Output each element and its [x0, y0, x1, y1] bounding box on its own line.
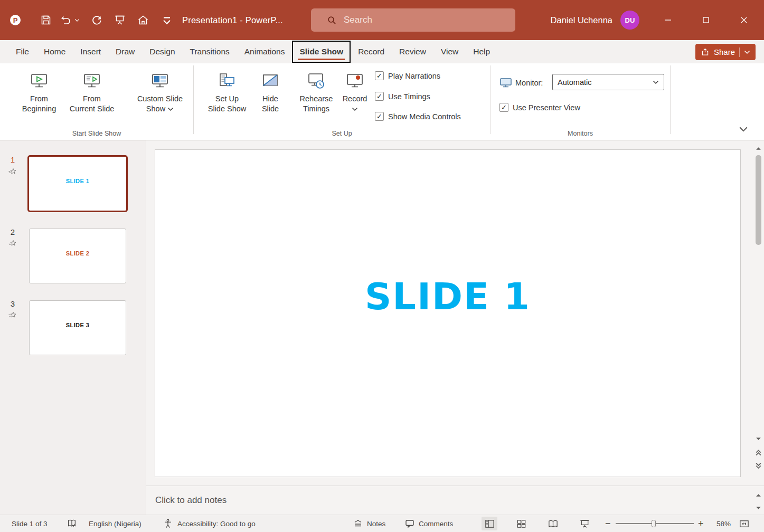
search-box[interactable]: Search: [311, 8, 515, 32]
accessibility-icon[interactable]: [163, 518, 173, 529]
show-media-controls-checkbox[interactable]: ✓ Show Media Controls: [375, 112, 461, 121]
checkbox-checked-icon: ✓: [375, 71, 384, 80]
scroll-down-button[interactable]: [754, 434, 762, 443]
slide-thumbnail-3[interactable]: SLIDE 3: [29, 300, 126, 355]
zoom-slider[interactable]: [616, 520, 694, 527]
comments-icon: [404, 518, 415, 529]
use-timings-checkbox[interactable]: ✓ Use Timings: [375, 92, 430, 101]
group-label-monitors: Monitors: [491, 130, 670, 137]
monitor-select[interactable]: Automatic: [552, 74, 664, 90]
slide-thumbnail-pane: 1 SLIDE 1 2 SLIDE 2 3 SLIDE 3: [0, 140, 146, 515]
tab-help[interactable]: Help: [466, 40, 497, 63]
tab-home[interactable]: Home: [36, 40, 73, 63]
start-slideshow-icon[interactable]: [113, 13, 127, 27]
slide-title-text[interactable]: SLIDE 1: [155, 275, 740, 318]
minimize-button[interactable]: [649, 0, 687, 40]
reading-view-button[interactable]: [545, 517, 561, 530]
close-button[interactable]: [725, 0, 763, 40]
tab-view[interactable]: View: [433, 40, 466, 63]
group-separator: [670, 65, 671, 134]
chevron-down-icon: [744, 50, 750, 55]
scrollbar-thumb[interactable]: [756, 155, 761, 245]
tab-draw[interactable]: Draw: [108, 40, 142, 63]
animation-star-icon[interactable]: [8, 311, 17, 320]
redo-icon[interactable]: [90, 13, 103, 27]
slide-show-view-button[interactable]: [577, 517, 592, 530]
notes-toggle-button[interactable]: Notes: [353, 518, 385, 529]
share-button[interactable]: Share: [695, 44, 756, 60]
ribbon-slide-show: From Beginning From Current Slide Custom…: [0, 63, 764, 140]
chevron-down-icon: [352, 107, 358, 112]
slide-show-view-icon: [579, 518, 590, 529]
thumbnail-title: SLIDE 1: [29, 178, 126, 184]
rehearse-timings-icon: [307, 72, 326, 91]
slide-canvas-area: SLIDE 1: [146, 140, 764, 486]
customize-qat-icon[interactable]: [160, 13, 174, 27]
thumbnail-title: SLIDE 3: [30, 322, 126, 328]
language-status[interactable]: English (Nigeria): [89, 520, 142, 528]
slide-indicator[interactable]: Slide 1 of 3: [12, 520, 48, 528]
slide-thumbnail-1[interactable]: SLIDE 1: [27, 155, 128, 212]
custom-slide-show-button[interactable]: Custom Slide Show: [130, 72, 190, 114]
spellcheck-icon[interactable]: [67, 518, 77, 529]
thumbnail-title: SLIDE 2: [30, 250, 126, 256]
tab-file[interactable]: File: [8, 40, 36, 63]
home-icon[interactable]: [136, 13, 150, 27]
statusbar: Slide 1 of 3 English (Nigeria) Accessibi…: [0, 515, 764, 532]
group-label-start-slide-show: Start Slide Show: [0, 130, 193, 137]
avatar[interactable]: DU: [620, 11, 639, 30]
previous-slide-button[interactable]: [754, 447, 762, 458]
tab-record[interactable]: Record: [351, 40, 392, 63]
custom-slide-show-icon: [150, 72, 169, 91]
from-current-slide-button[interactable]: From Current Slide: [63, 72, 120, 114]
chevron-down-icon: [167, 107, 174, 112]
powerpoint-logo-icon: P: [8, 13, 22, 27]
save-icon[interactable]: [39, 13, 53, 27]
scroll-up-button[interactable]: [754, 144, 762, 153]
tab-animations[interactable]: Animations: [237, 40, 293, 63]
slide-sorter-view-button[interactable]: [513, 517, 529, 530]
set-up-slide-show-button[interactable]: Set Up Slide Show: [202, 72, 252, 114]
zoom-in-button[interactable]: +: [698, 518, 704, 529]
record-icon: [345, 72, 364, 91]
use-presenter-view-checkbox[interactable]: ✓ Use Presenter View: [499, 103, 580, 112]
from-beginning-button[interactable]: From Beginning: [16, 72, 62, 114]
record-button[interactable]: Record: [340, 72, 370, 114]
tab-design[interactable]: Design: [142, 40, 182, 63]
collapse-ribbon-icon[interactable]: [739, 126, 748, 133]
zoom-out-button[interactable]: −: [605, 518, 611, 529]
maximize-button[interactable]: [687, 0, 725, 40]
chevron-down-icon: [653, 80, 659, 85]
zoom-slider-thumb[interactable]: [652, 520, 656, 527]
play-narrations-checkbox[interactable]: ✓ Play Narrations: [375, 71, 440, 80]
zoom-level[interactable]: 58%: [709, 520, 731, 528]
share-icon: [701, 48, 710, 56]
animation-star-icon[interactable]: [8, 240, 17, 249]
next-slide-button[interactable]: [754, 460, 762, 471]
user-name[interactable]: Daniel Uchenna: [551, 15, 612, 25]
hide-slide-button[interactable]: Hide Slide: [254, 72, 286, 114]
slide-thumbnail-2[interactable]: SLIDE 2: [29, 229, 126, 283]
normal-view-button[interactable]: [482, 517, 497, 530]
notes-scroll-down-button[interactable]: [754, 504, 762, 512]
tab-review[interactable]: Review: [392, 40, 433, 63]
accessibility-status[interactable]: Accessibility: Good to go: [177, 520, 256, 528]
search-icon: [327, 15, 337, 25]
tab-slide-show[interactable]: Slide Show: [292, 41, 351, 63]
normal-view-icon: [484, 518, 495, 529]
tab-insert[interactable]: Insert: [73, 40, 108, 63]
undo-icon[interactable]: [59, 13, 73, 27]
notes-pane[interactable]: Click to add notes: [146, 486, 764, 515]
rehearse-timings-button[interactable]: Rehearse Timings: [294, 72, 339, 114]
monitor-icon: [499, 77, 512, 89]
group-separator: [491, 65, 491, 134]
slide-editor[interactable]: SLIDE 1: [155, 149, 741, 477]
comments-toggle-button[interactable]: Comments: [404, 518, 453, 529]
fit-to-window-button[interactable]: [736, 517, 752, 530]
animation-star-icon[interactable]: [8, 168, 17, 177]
group-label-set-up: Set Up: [193, 130, 491, 137]
monitor-label: Monitor:: [515, 79, 543, 87]
tab-transitions[interactable]: Transitions: [183, 40, 237, 63]
notes-scroll-up-button[interactable]: [754, 491, 762, 499]
undo-dropdown-icon[interactable]: [74, 13, 80, 27]
